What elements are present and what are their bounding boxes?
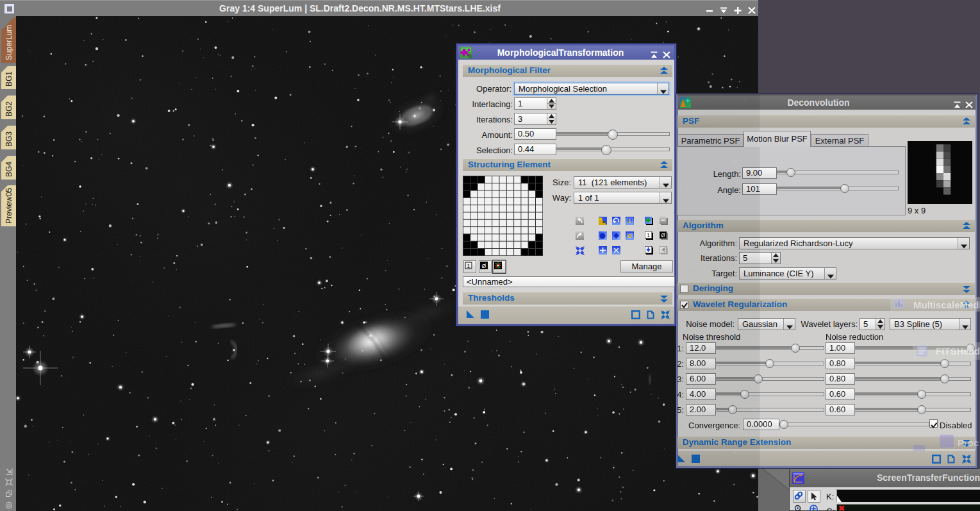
svg-text:1: 1 <box>647 232 650 239</box>
svg-text:1: 1 <box>467 263 470 269</box>
svg-text:Ø: Ø <box>627 233 632 239</box>
svg-text:1: 1 <box>628 218 631 224</box>
svg-text:Ø: Ø <box>481 263 486 269</box>
svg-text:Ø: Ø <box>661 232 665 239</box>
